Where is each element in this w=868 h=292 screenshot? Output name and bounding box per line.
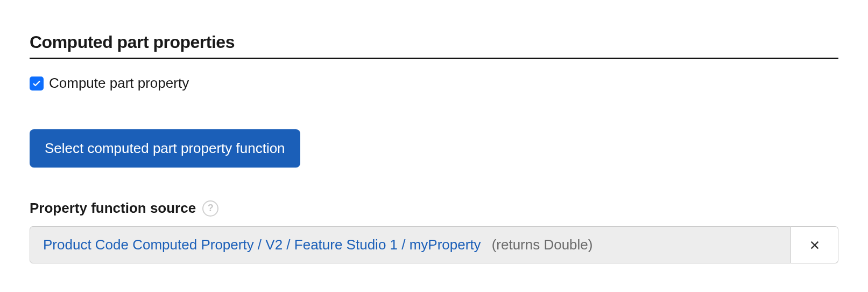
section-title: Computed part properties: [30, 32, 838, 59]
checkbox-label: Compute part property: [49, 75, 189, 92]
source-path-link[interactable]: Product Code Computed Property / V2 / Fe…: [43, 237, 481, 253]
source-row: Product Code Computed Property / V2 / Fe…: [30, 226, 838, 263]
field-label: Property function source: [30, 200, 196, 217]
close-icon: [809, 239, 821, 251]
compute-property-checkbox[interactable]: [30, 77, 44, 91]
clear-source-button[interactable]: [791, 226, 838, 263]
select-function-button[interactable]: Select computed part property function: [30, 129, 300, 168]
help-icon[interactable]: ?: [202, 200, 218, 217]
source-box: Product Code Computed Property / V2 / Fe…: [30, 226, 791, 263]
field-label-row: Property function source ?: [30, 200, 838, 217]
check-icon: [32, 79, 41, 88]
checkbox-row: Compute part property: [30, 75, 838, 92]
source-return-type: (returns Double): [492, 237, 593, 253]
